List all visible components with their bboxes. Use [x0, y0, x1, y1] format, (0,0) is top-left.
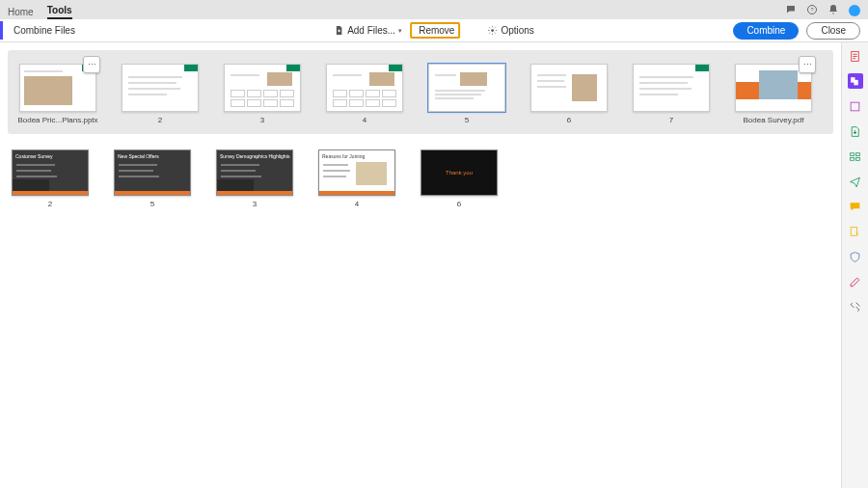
svg-point-9: [492, 29, 495, 32]
page-thumbnail[interactable]: Bodea Pric...Plans.pptx: [17, 64, 98, 124]
thumbnail-image: [326, 64, 403, 112]
toolbar-center: Add Files... ▾ Remove Options: [328, 22, 540, 39]
rail-redact-icon[interactable]: [848, 274, 863, 289]
help-icon[interactable]: ?: [806, 2, 818, 19]
expand-button[interactable]: [83, 56, 100, 73]
thumbnail-label: 4: [363, 116, 366, 124]
loose-row: Customer Survey2New Special Offers5Surve…: [8, 149, 833, 208]
toolbar-right: Combine Close: [733, 22, 860, 40]
svg-text:?: ?: [810, 7, 813, 13]
rail-organize-icon[interactable]: [848, 149, 863, 164]
rail-fill-sign-icon[interactable]: [848, 224, 863, 239]
svg-rect-14: [851, 152, 854, 155]
group-row: Bodea Pric...Plans.pptx234567Bodea Surve…: [17, 64, 824, 124]
combine-toolbar: Combine Files Add Files... ▾ Remove Opti…: [0, 19, 868, 42]
add-files-label: Add Files...: [347, 25, 395, 36]
tab-tools[interactable]: Tools: [47, 5, 72, 19]
svg-rect-16: [851, 157, 854, 160]
page-thumbnail[interactable]: 7: [631, 64, 712, 124]
topbar-icon-group: ?: [785, 2, 860, 19]
thumbnail-image: New Special Offers: [114, 149, 191, 196]
thumbnail-label: 2: [48, 200, 52, 208]
app-topbar: Home Tools ?: [0, 0, 868, 19]
thumbnail-image: [224, 64, 301, 112]
thumbnail-image: [530, 64, 608, 112]
page-thumbnail[interactable]: 2: [120, 64, 201, 124]
thumbnail-label: 5: [465, 116, 469, 124]
thumbnail-label: 3: [260, 116, 264, 124]
file-group: Bodea Pric...Plans.pptx234567Bodea Surve…: [8, 50, 833, 134]
tab-strip: Home Tools: [8, 5, 72, 19]
page-thumbnail[interactable]: Reasons for Joining4: [316, 149, 397, 208]
svg-rect-13: [851, 102, 859, 111]
svg-rect-12: [854, 79, 857, 84]
main-area: Bodea Pric...Plans.pptx234567Bodea Surve…: [0, 42, 868, 488]
thumbnail-label: 6: [567, 116, 571, 124]
add-files-icon: [334, 25, 344, 36]
page-thumbnail[interactable]: Survey Demographics Highlights3: [214, 149, 295, 208]
thumbnail-label: Bodea Survey.pdf: [743, 116, 803, 124]
remove-label: Remove: [419, 25, 454, 36]
rail-export-icon[interactable]: [848, 123, 863, 139]
remove-button[interactable]: Remove: [410, 22, 460, 39]
thumbnail-canvas[interactable]: Bodea Pric...Plans.pptx234567Bodea Surve…: [0, 42, 841, 488]
chat-icon[interactable]: [785, 2, 797, 19]
add-files-caret-icon: ▾: [398, 27, 402, 35]
expand-button[interactable]: [799, 56, 816, 73]
rail-combine-icon[interactable]: [848, 73, 863, 89]
svg-rect-18: [851, 227, 857, 235]
thumbnail-label: Bodea Pric...Plans.pptx: [17, 116, 97, 124]
page-thumbnail[interactable]: Thank you6: [419, 149, 500, 208]
tool-title: Combine Files: [14, 25, 75, 36]
page-thumbnail[interactable]: New Special Offers5: [112, 149, 193, 208]
thumbnail-image: Customer Survey: [12, 149, 89, 196]
rail-comment-icon[interactable]: [848, 199, 863, 214]
thumbnail-label: 2: [158, 116, 162, 124]
rail-send-icon[interactable]: [848, 174, 863, 189]
close-button[interactable]: Close: [806, 22, 860, 40]
thumbnail-image: Thank you: [420, 149, 498, 196]
page-thumbnail[interactable]: 5: [426, 64, 507, 124]
page-thumbnail[interactable]: 3: [222, 64, 303, 124]
page-thumbnail[interactable]: 4: [324, 64, 405, 124]
svg-rect-15: [856, 152, 860, 155]
thumbnail-image: [633, 64, 710, 112]
options-button[interactable]: Options: [481, 22, 539, 39]
svg-rect-17: [856, 157, 860, 160]
combine-button[interactable]: Combine: [733, 22, 799, 40]
page-thumbnail[interactable]: Bodea Survey.pdf: [733, 64, 814, 124]
thumbnail-label: 3: [253, 200, 257, 208]
rail-more-tools-icon[interactable]: [848, 299, 863, 314]
user-avatar[interactable]: [849, 5, 860, 16]
thumbnail-label: 5: [150, 200, 154, 208]
page-thumbnail[interactable]: Customer Survey2: [10, 149, 91, 208]
rail-protect-icon[interactable]: [848, 249, 863, 264]
tool-indicator: [0, 21, 3, 40]
notifications-icon[interactable]: [827, 2, 839, 19]
options-label: Options: [501, 25, 533, 36]
thumbnail-image: Reasons for Joining: [318, 149, 395, 196]
rail-edit-pdf-icon[interactable]: [848, 98, 863, 114]
right-tool-rail: [841, 42, 868, 488]
thumbnail-image: [428, 64, 505, 112]
thumbnail-label: 4: [355, 200, 359, 208]
view-toggle-group: [468, 25, 474, 36]
thumbnail-image: Survey Demographics Highlights: [216, 149, 293, 196]
thumbnail-image: [122, 64, 199, 112]
thumbnail-label: 7: [669, 116, 673, 124]
gear-icon: [487, 25, 498, 36]
add-files-button[interactable]: Add Files... ▾: [328, 22, 408, 39]
tab-home[interactable]: Home: [8, 7, 34, 19]
page-thumbnail[interactable]: 6: [529, 64, 610, 124]
rail-create-pdf-icon[interactable]: [848, 48, 863, 64]
thumbnail-label: 6: [457, 200, 461, 208]
